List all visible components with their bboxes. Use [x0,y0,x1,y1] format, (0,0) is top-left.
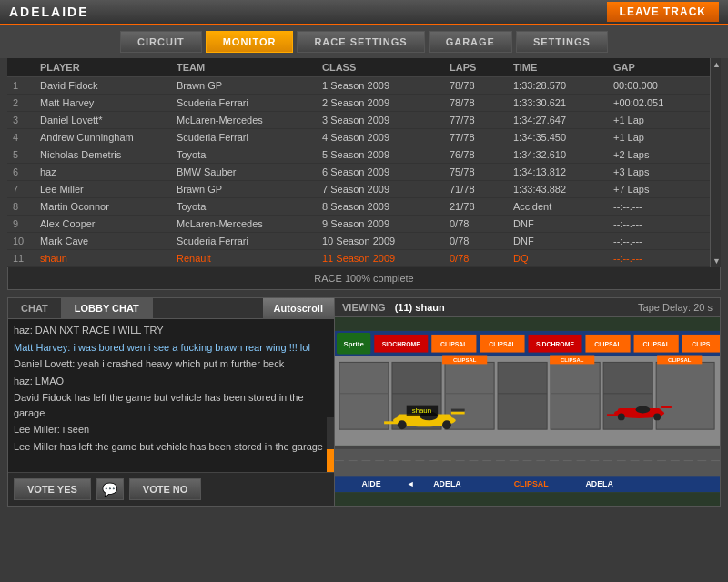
row-class: 4 Season 2009 [322,132,450,143]
row-pos: 11 [13,253,40,264]
row-team: Toyota [177,149,322,160]
row-class: 11 Season 2009 [322,253,450,264]
tab-circuit[interactable]: CIRCUIT [120,31,202,53]
row-pos: 7 [13,184,40,195]
scroll-down-arrow[interactable]: ▼ [711,255,721,267]
table-row[interactable]: 9 Alex Cooper McLaren-Mercedes 9 Season … [7,216,721,233]
table-row[interactable]: 6 haz BMW Sauber 6 Season 2009 75/78 1:3… [7,164,721,181]
leave-track-button[interactable]: LEAVE TRACK [607,2,719,22]
svg-text:CLIPSAL: CLIPSAL [489,341,515,347]
chat-message: haz: LMAO [14,374,329,389]
row-time: DQ [513,253,613,264]
chat-message: Daniel Lovett: yeah i crashed heavy whic… [14,356,329,372]
col-pos [13,62,40,73]
chat-tabs: CHAT LOBBY CHAT Autoscroll [8,298,334,319]
row-gap: --:--.--- [613,253,695,264]
svg-point-53 [618,413,625,420]
race-complete-label: RACE 100% complete [7,267,721,290]
row-gap: +3 Laps [613,166,695,177]
row-pos: 9 [13,218,40,229]
svg-text:CLIPSAL: CLIPSAL [453,357,477,363]
row-laps: 0/78 [450,236,513,246]
row-laps: 78/78 [450,80,513,91]
row-time: 1:33:30.621 [513,97,613,108]
chat-message: David Fidock has left the game but vehic… [14,390,329,420]
tab-garage[interactable]: GARAGE [429,31,512,53]
svg-rect-43 [451,409,465,412]
row-laps: 76/78 [450,149,513,160]
table-row[interactable]: 11 shaun Renault 11 Season 2009 0/78 DQ … [7,250,721,267]
svg-point-44 [398,420,407,429]
row-class: 5 Season 2009 [322,149,450,160]
app-title: ADELAIDE [9,5,89,19]
row-player: Alex Cooper [40,218,177,229]
tab-chat[interactable]: CHAT [8,298,62,318]
svg-rect-52 [661,406,672,408]
svg-rect-42 [451,412,465,415]
row-class: 6 Season 2009 [322,166,450,177]
tab-monitor[interactable]: MONITOR [206,31,294,53]
row-player: Lee Miller [40,184,177,195]
scroll-up-arrow[interactable]: ▲ [711,58,721,71]
row-class: 3 Season 2009 [322,115,450,125]
row-team: BMW Sauber [177,166,322,177]
col-class: CLASS [322,62,450,73]
row-class: 2 Season 2009 [322,97,450,108]
header: ADELAIDE LEAVE TRACK [0,0,728,25]
row-laps: 75/78 [450,166,513,177]
row-team: Scuderia Ferrari [177,97,322,108]
svg-text:ADELA: ADELA [433,479,461,488]
svg-rect-23 [551,362,600,429]
svg-text:CLIPSAL: CLIPSAL [668,357,692,363]
vote-yes-button[interactable]: VOTE YES [14,478,91,500]
table-row[interactable]: 4 Andrew Cunningham Scuderia Ferrari 4 S… [7,129,721,146]
viewing-player-name: (11) shaun [395,302,445,313]
svg-rect-24 [603,362,652,429]
table-row[interactable]: 2 Matt Harvey Scuderia Ferrari 2 Season … [7,95,721,112]
col-time: TIME [513,62,613,73]
chat-icon-button[interactable]: 💬 [96,478,124,500]
svg-rect-56 [335,446,720,449]
table-row[interactable]: 3 Daniel Lovett* McLaren-Mercedes 3 Seas… [7,112,721,129]
viewer-content: Sprite SIDCHROME CLIPSAL CLIPSAL SIDCHRO… [335,317,720,506]
svg-text:Sprite: Sprite [344,340,365,348]
svg-text:CLIPSAL: CLIPSAL [440,341,467,347]
col-gap: GAP [613,62,695,73]
table-row[interactable]: 8 Martin Oconnor Toyota 8 Season 2009 21… [7,198,721,216]
tab-race-settings[interactable]: RACE SETTINGS [297,31,424,53]
svg-text:◄: ◄ [407,479,415,488]
row-class: 8 Season 2009 [322,201,450,212]
tab-settings[interactable]: SETTINGS [516,31,608,53]
row-class: 9 Season 2009 [322,218,450,229]
svg-rect-22 [498,362,547,429]
row-player: Nicholas Demetris [40,149,177,160]
row-team: Renault [177,253,322,264]
table-row[interactable]: 10 Mark Cave Scuderia Ferrari 10 Season … [7,233,721,250]
row-player: Daniel Lovett* [40,115,177,125]
row-team: Brawn GP [177,184,322,195]
autoscroll-button[interactable]: Autoscroll [263,298,334,318]
row-time: 1:33:43.882 [513,184,613,195]
viewing-label: VIEWING [342,302,386,313]
row-pos: 8 [13,201,40,212]
svg-text:CLIPSAL: CLIPSAL [642,341,669,347]
row-gap: 00:00.000 [613,80,695,91]
chat-message: Lee Miller: i seen [14,422,329,437]
results-table-header: PLAYER TEAM CLASS LAPS TIME GAP [7,58,721,77]
tab-lobby-chat[interactable]: LOBBY CHAT [62,298,153,318]
svg-text:ADELA: ADELA [585,479,613,488]
table-row[interactable]: 1 David Fidock Brawn GP 1 Season 2009 78… [7,77,721,95]
row-gap: --:--.--- [613,218,695,229]
chat-message: Lee Miller has left the game but vehicle… [14,439,329,455]
row-player: David Fidock [40,80,177,91]
table-row[interactable]: 7 Lee Miller Brawn GP 7 Season 2009 71/7… [7,181,721,198]
row-pos: 10 [13,236,40,246]
vote-no-button[interactable]: VOTE NO [129,478,202,500]
row-pos: 6 [13,166,40,177]
row-team: Scuderia Ferrari [177,236,322,246]
viewer-panel: VIEWING (11) shaun Tape Delay: 20 s Spri… [335,297,721,507]
row-time: Accident [513,201,613,212]
table-row[interactable]: 5 Nicholas Demetris Toyota 5 Season 2009… [7,146,721,164]
row-team: McLaren-Mercedes [177,115,322,125]
row-pos: 4 [13,132,40,143]
